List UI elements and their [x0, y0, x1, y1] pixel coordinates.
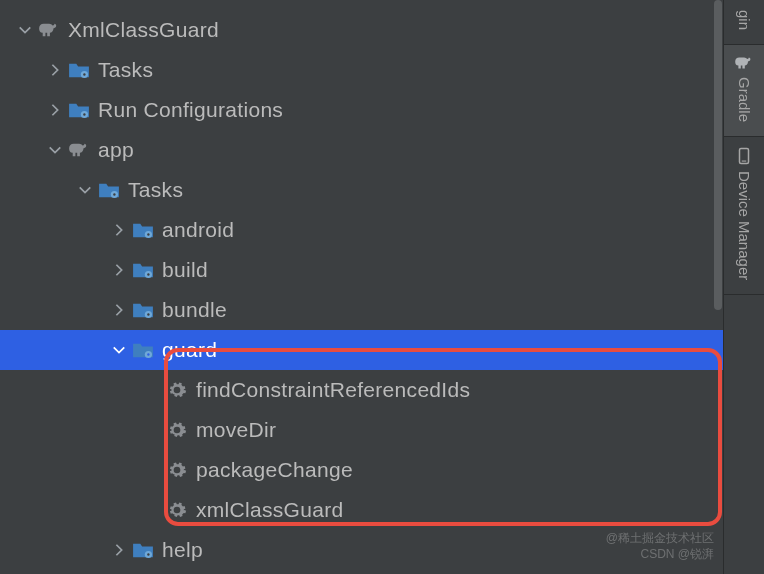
tree-task-packagechange[interactable]: packageChange [0, 450, 723, 490]
tree-task-findconstraint[interactable]: findConstraintReferencedIds [0, 370, 723, 410]
rail-tab-device-manager[interactable]: Device Manager [724, 137, 764, 295]
folder-gear-icon [66, 101, 92, 119]
folder-gear-icon [130, 221, 156, 239]
svg-point-15 [147, 553, 149, 555]
tree-label: XmlClassGuard [68, 18, 219, 42]
tree-label: Tasks [128, 178, 183, 202]
tree-label: guard [162, 338, 217, 362]
rail-tab-plugin[interactable]: gin [724, 0, 764, 45]
folder-gear-icon [130, 341, 156, 359]
tree-node-android[interactable]: android [0, 210, 723, 250]
tree-label: bundle [162, 298, 227, 322]
elephant-icon [66, 141, 92, 159]
tree-label: findConstraintReferencedIds [196, 378, 470, 402]
rail-label: Device Manager [736, 171, 753, 280]
tree-label: moveDir [196, 418, 276, 442]
tree-label: xmlClassGuard [196, 498, 343, 522]
tree-node-guard[interactable]: guard [0, 330, 723, 370]
tree-label: android [162, 218, 234, 242]
tree-task-movedir[interactable]: moveDir [0, 410, 723, 450]
tree-label: build [162, 258, 208, 282]
tree-node-bundle[interactable]: bundle [0, 290, 723, 330]
gear-icon [164, 380, 190, 400]
chevron-right-icon[interactable] [108, 223, 130, 237]
vertical-scrollbar[interactable] [713, 0, 723, 574]
svg-point-13 [147, 353, 149, 355]
svg-point-5 [113, 193, 115, 195]
folder-gear-icon [66, 61, 92, 79]
tree-label: Run Configurations [98, 98, 283, 122]
tree-node-tasks[interactable]: Tasks [0, 50, 723, 90]
svg-point-3 [83, 113, 85, 115]
folder-gear-icon [130, 541, 156, 559]
tree-label: app [98, 138, 134, 162]
chevron-down-icon[interactable] [108, 343, 130, 357]
tree-task-xmlclassguard[interactable]: xmlClassGuard [0, 490, 723, 530]
tree-label: packageChange [196, 458, 353, 482]
tree: XmlClassGuard Tasks Run Configurations a… [0, 0, 723, 570]
folder-gear-icon [130, 301, 156, 319]
tree-node-app[interactable]: app [0, 130, 723, 170]
rail-label: Gradle [736, 77, 753, 122]
tree-label: help [162, 538, 203, 562]
chevron-right-icon[interactable] [44, 103, 66, 117]
svg-point-9 [147, 273, 149, 275]
chevron-down-icon[interactable] [44, 143, 66, 157]
gradle-tree-panel: XmlClassGuard Tasks Run Configurations a… [0, 0, 723, 574]
tree-label: Tasks [98, 58, 153, 82]
tree-node-runconfig[interactable]: Run Configurations [0, 90, 723, 130]
svg-point-7 [147, 233, 149, 235]
folder-gear-icon [96, 181, 122, 199]
chevron-right-icon[interactable] [108, 543, 130, 557]
svg-rect-17 [742, 161, 747, 162]
svg-point-1 [83, 73, 85, 75]
chevron-right-icon[interactable] [108, 263, 130, 277]
tool-window-rail: gin Gradle Device Manager [723, 0, 764, 574]
chevron-down-icon[interactable] [14, 23, 36, 37]
scrollbar-thumb[interactable] [714, 0, 722, 310]
svg-point-11 [147, 313, 149, 315]
tree-node-help[interactable]: help [0, 530, 723, 570]
tree-node-root[interactable]: XmlClassGuard [0, 10, 723, 50]
rail-tab-gradle[interactable]: Gradle [724, 45, 764, 137]
gear-icon [164, 500, 190, 520]
gear-icon [164, 460, 190, 480]
chevron-down-icon[interactable] [74, 183, 96, 197]
chevron-right-icon[interactable] [44, 63, 66, 77]
rail-label: gin [736, 10, 753, 30]
chevron-right-icon[interactable] [108, 303, 130, 317]
elephant-icon [36, 21, 62, 39]
tree-node-app-tasks[interactable]: Tasks [0, 170, 723, 210]
folder-gear-icon [130, 261, 156, 279]
gear-icon [164, 420, 190, 440]
tree-node-build[interactable]: build [0, 250, 723, 290]
elephant-icon [734, 55, 754, 71]
device-icon [735, 147, 753, 165]
